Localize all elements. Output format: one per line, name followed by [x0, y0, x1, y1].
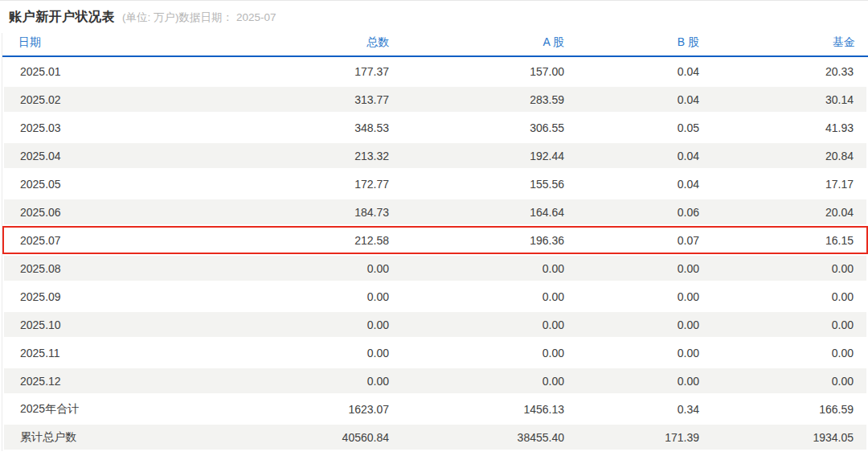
cell-a-share: 0.00 [394, 282, 569, 310]
cell-date: 2025.05 [2, 170, 211, 198]
cell-b-share: 0.00 [569, 339, 704, 367]
table-header-row: 日期 总数 A 股 B 股 基金 [2, 33, 868, 57]
report-unit-label: (单位: 万户) [122, 10, 179, 25]
cell-total: 0.00 [211, 367, 394, 395]
table-row: 2025.05 172.77 155.56 0.04 17.17 [2, 170, 868, 198]
cell-a-share: 0.00 [394, 339, 569, 367]
report-title: 账户新开户状况表 [9, 9, 115, 26]
account-open-table: 日期 总数 A 股 B 股 基金 2025.01 177.37 157.00 0… [2, 33, 868, 451]
table-row: 累计总户数 40560.84 38455.40 171.39 1934.05 [2, 423, 868, 451]
column-header-total[interactable]: 总数 [211, 33, 394, 57]
cell-date: 2025.07 [2, 226, 211, 254]
cell-fund: 20.33 [704, 57, 868, 85]
cell-b-share: 0.00 [569, 254, 704, 282]
table-row: 2025.06 184.73 164.64 0.06 20.04 [2, 198, 868, 226]
cell-date: 2025.01 [2, 57, 211, 85]
cell-date: 2025.06 [2, 198, 211, 226]
column-header-a-share[interactable]: A 股 [394, 33, 569, 57]
table-row: 2025.10 0.00 0.00 0.00 0.00 [2, 310, 868, 339]
cell-date: 2025.09 [2, 282, 211, 310]
table-container: 日期 总数 A 股 B 股 基金 2025.01 177.37 157.00 0… [2, 33, 868, 451]
cell-total: 0.00 [211, 339, 394, 367]
cell-a-share: 306.55 [394, 113, 569, 142]
cell-total: 40560.84 [211, 423, 394, 451]
cell-total: 212.58 [211, 226, 394, 254]
cell-total: 348.53 [211, 113, 394, 142]
cell-b-share: 0.00 [569, 282, 704, 310]
report-date-value: 2025-07 [236, 11, 276, 23]
table-row: 2025.02 313.77 283.59 0.04 30.14 [2, 85, 868, 113]
cell-date: 2025.08 [2, 254, 211, 282]
cell-a-share: 196.36 [394, 226, 569, 254]
cell-a-share: 192.44 [394, 142, 569, 170]
cell-total: 213.32 [211, 142, 394, 170]
cell-date: 2025.04 [2, 142, 211, 170]
cell-b-share: 0.04 [569, 85, 704, 113]
cell-b-share: 171.39 [569, 423, 704, 451]
cell-a-share: 38455.40 [394, 423, 569, 451]
cell-fund: 166.59 [704, 395, 868, 423]
table-row: 2025年合计 1623.07 1456.13 0.34 166.59 [2, 395, 868, 423]
column-header-fund[interactable]: 基金 [704, 33, 868, 57]
table-row: 2025.04 213.32 192.44 0.04 20.84 [2, 142, 868, 170]
cell-a-share: 0.00 [394, 310, 569, 339]
table-row: 2025.12 0.00 0.00 0.00 0.00 [2, 367, 868, 395]
cell-date: 2025.11 [2, 339, 211, 367]
report-date-label: 数据日期： [179, 10, 234, 25]
table-row: 2025.01 177.37 157.00 0.04 20.33 [2, 57, 868, 85]
cell-a-share: 283.59 [394, 85, 569, 113]
cell-total: 1623.07 [211, 395, 394, 423]
cell-a-share: 1456.13 [394, 395, 569, 423]
cell-b-share: 0.04 [569, 57, 704, 85]
cell-total: 0.00 [211, 310, 394, 339]
cell-a-share: 157.00 [394, 57, 569, 85]
cell-b-share: 0.04 [569, 170, 704, 198]
cell-fund: 20.04 [704, 198, 868, 226]
cell-fund: 30.14 [704, 85, 868, 113]
report-panel: 账户新开户状况表 (单位: 万户) 数据日期： 2025-07 日期 总数 A … [0, 0, 868, 455]
cell-fund: 20.84 [704, 142, 868, 170]
column-header-b-share[interactable]: B 股 [569, 33, 704, 57]
cell-b-share: 0.06 [569, 198, 704, 226]
column-header-date[interactable]: 日期 [2, 33, 211, 57]
cell-total: 184.73 [211, 198, 394, 226]
cell-b-share: 0.00 [569, 310, 704, 339]
cell-b-share: 0.04 [569, 142, 704, 170]
cell-total: 313.77 [211, 85, 394, 113]
cell-a-share: 155.56 [394, 170, 569, 198]
cell-fund: 0.00 [704, 310, 868, 339]
cell-date: 2025.02 [2, 85, 211, 113]
cell-b-share: 0.07 [569, 226, 704, 254]
cell-date: 2025.12 [2, 367, 211, 395]
cell-b-share: 0.34 [569, 395, 704, 423]
cell-date: 2025.10 [2, 310, 211, 339]
cell-fund: 1934.05 [704, 423, 868, 451]
cell-total: 177.37 [211, 57, 394, 85]
cell-b-share: 0.05 [569, 113, 704, 142]
cell-date: 累计总户数 [2, 423, 211, 451]
cell-fund: 0.00 [704, 367, 868, 395]
table-row: 2025.03 348.53 306.55 0.05 41.93 [2, 113, 868, 142]
cell-fund: 0.00 [704, 254, 868, 282]
cell-date: 2025.03 [2, 113, 211, 142]
cell-fund: 0.00 [704, 339, 868, 367]
cell-fund: 41.93 [704, 113, 868, 142]
report-header: 账户新开户状况表 (单位: 万户) 数据日期： 2025-07 [0, 1, 868, 33]
cell-a-share: 164.64 [394, 198, 569, 226]
cell-date: 2025年合计 [2, 395, 211, 423]
table-row: 2025.08 0.00 0.00 0.00 0.00 [2, 254, 868, 282]
cell-fund: 16.15 [704, 226, 868, 254]
cell-a-share: 0.00 [394, 254, 569, 282]
cell-a-share: 0.00 [394, 367, 569, 395]
cell-total: 0.00 [211, 254, 394, 282]
cell-total: 0.00 [211, 282, 394, 310]
cell-b-share: 0.00 [569, 367, 704, 395]
cell-fund: 17.17 [704, 170, 868, 198]
table-row: 2025.09 0.00 0.00 0.00 0.00 [2, 282, 868, 310]
table-row-highlighted: 2025.07 212.58 196.36 0.07 16.15 [2, 226, 868, 254]
cell-fund: 0.00 [704, 282, 868, 310]
cell-total: 172.77 [211, 170, 394, 198]
table-row: 2025.11 0.00 0.00 0.00 0.00 [2, 339, 868, 367]
